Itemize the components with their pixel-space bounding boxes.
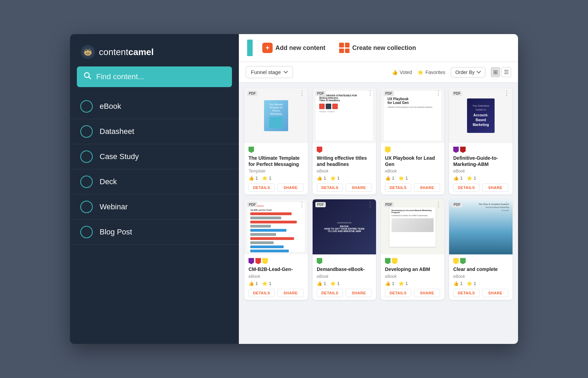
chevron-down-icon: [284, 71, 288, 74]
card-body: Developing an ABM eBook 👍 1 ⭐ 1 DETAILS …: [381, 254, 444, 300]
nav-circle: [80, 150, 93, 163]
order-by-label: Order By: [455, 70, 475, 75]
create-collection-label: Create new collection: [352, 44, 416, 52]
sidebar-item-deck[interactable]: Deck: [70, 169, 239, 195]
card-thumbnail: PDF Google UX Playbookfor Lead Gen Colle…: [381, 88, 444, 143]
card-thumbnail: PDF The Definitive Guide to Account-Base…: [449, 88, 513, 143]
share-button[interactable]: SHARE: [277, 289, 304, 297]
sidebar-item-blog-post[interactable]: Blog Post: [70, 220, 239, 245]
card-menu-button[interactable]: ⋮: [435, 90, 442, 96]
order-by-dropdown[interactable]: Order By: [451, 67, 485, 77]
card-menu-button[interactable]: ⋮: [299, 90, 305, 96]
nav-circle: [80, 176, 93, 188]
card-menu-button[interactable]: ⋮: [504, 201, 510, 208]
search-bar[interactable]: Find content...: [77, 66, 232, 87]
details-button[interactable]: DETAILS: [317, 289, 343, 297]
details-button[interactable]: DETAILS: [385, 183, 411, 192]
card-actions: DETAILS SHARE: [385, 289, 440, 297]
main-content: + Add new content Create new collection …: [239, 34, 518, 344]
favorites-filter-button[interactable]: ⭐ Favorites: [417, 70, 445, 75]
card-stats: 👍 1 ⭐ 1: [317, 281, 372, 286]
pdf-badge: PDF: [247, 202, 257, 207]
nav-circle: [80, 100, 93, 113]
funnel-stage-dropdown[interactable]: Funnel stage: [246, 66, 293, 78]
card-menu-button[interactable]: ⋮: [367, 201, 373, 208]
card-body: CM-B2B-Lead-Gen- eBook 👍 1 ⭐ 1 DETAILS S…: [244, 254, 308, 300]
svg-line-12: [89, 77, 91, 79]
card-body: Demandbase-eBook- eBook 👍 1 ⭐ 1 DETAILS …: [313, 254, 376, 300]
share-button[interactable]: SHARE: [346, 183, 372, 192]
create-collection-button[interactable]: Create new collection: [335, 40, 420, 56]
sidebar-item-case-study[interactable]: Case Study: [70, 144, 239, 169]
list-view-button[interactable]: ☰: [501, 67, 511, 77]
card-menu-button[interactable]: ⋮: [435, 201, 442, 208]
card-title: Clear and complete: [453, 266, 508, 272]
share-button[interactable]: SHARE: [414, 183, 440, 192]
flag-indicator: [385, 147, 391, 153]
card-menu-button[interactable]: ⋮: [504, 90, 510, 96]
vote-count: 👍 1: [385, 176, 394, 181]
star-number: 1: [337, 281, 339, 286]
content-card: PDF The Definitive Guide to Account-Base…: [449, 88, 513, 195]
content-card: PDF The Ultimate Template for Perfect Me…: [244, 88, 308, 195]
pdf-badge: PDF: [384, 202, 394, 207]
star-count: ⭐ 1: [262, 176, 271, 181]
star-count: ⭐ 1: [467, 176, 476, 181]
share-button[interactable]: SHARE: [482, 289, 508, 297]
thumbs-up-icon: 👍: [453, 176, 459, 181]
vote-number: 1: [324, 281, 326, 286]
grid-view-button[interactable]: ⊞: [491, 67, 500, 77]
share-button[interactable]: SHARE: [414, 289, 440, 297]
sidebar-item-datasheet[interactable]: Datasheet: [70, 119, 239, 144]
pdf-badge: PDF: [315, 202, 326, 207]
svg-point-10: [89, 53, 90, 54]
logo-text: contentcamel: [99, 47, 154, 57]
chevron-down-icon: [477, 71, 481, 74]
nav-circle: [80, 125, 93, 138]
card-body: Definitive-Guide-to-Marketing-ABM eBook …: [449, 143, 513, 195]
view-toggle: ⊞ ☰: [491, 67, 511, 77]
add-content-button[interactable]: + Add new content: [258, 40, 330, 56]
card-body: The Ultimate Template for Perfect Messag…: [244, 143, 308, 195]
card-type: eBook: [453, 274, 508, 279]
share-button[interactable]: SHARE: [346, 289, 372, 297]
share-button[interactable]: SHARE: [482, 183, 508, 192]
thumbnail-image: Google UX Playbookfor Lead Gen Collectio…: [384, 91, 441, 140]
share-button[interactable]: SHARE: [277, 183, 304, 192]
vote-count: 👍 1: [317, 176, 326, 181]
card-stats: 👍 1 ⭐ 1: [453, 176, 508, 181]
details-button[interactable]: DETAILS: [385, 289, 411, 297]
vote-count: 👍 1: [249, 281, 258, 286]
star-icon: ⭐: [330, 281, 336, 286]
card-menu-button[interactable]: ⋮: [367, 90, 373, 96]
vote-number: 1: [255, 176, 258, 181]
star-count: ⭐ 1: [262, 281, 271, 286]
vote-count: 👍 1: [453, 281, 463, 286]
search-icon: [84, 72, 91, 82]
sidebar-item-ebook[interactable]: eBook: [70, 94, 239, 119]
card-actions: DETAILS SHARE: [317, 289, 372, 297]
thumbs-up-icon: 👍: [392, 70, 398, 75]
details-button[interactable]: DETAILS: [249, 183, 275, 192]
star-icon: ⭐: [262, 281, 267, 286]
card-menu-button[interactable]: ⋮: [299, 201, 305, 208]
details-button[interactable]: DETAILS: [453, 289, 479, 297]
star-icon: ⭐: [467, 176, 472, 181]
card-type: eBook: [317, 274, 372, 279]
card-title: Developing an ABM: [385, 266, 440, 272]
card-flags: [317, 147, 372, 153]
details-button[interactable]: DETAILS: [453, 183, 479, 192]
content-card: PDF ChiefMarketer Top B2B Lead Gen Trend…: [244, 199, 308, 300]
card-body: Clear and complete eBook 👍 1 ⭐ 1 DETAILS…: [449, 254, 513, 300]
sidebar-item-webinar[interactable]: Webinar: [70, 195, 239, 220]
details-button[interactable]: DETAILS: [317, 183, 343, 192]
voted-filter-button[interactable]: 👍 Voted: [392, 70, 412, 75]
card-actions: DETAILS SHARE: [385, 183, 440, 192]
thumbs-up-icon: 👍: [317, 281, 322, 286]
details-button[interactable]: DETAILS: [249, 289, 275, 297]
top-bar: + Add new content Create new collection: [239, 34, 518, 62]
svg-point-9: [87, 53, 88, 54]
nav-label: eBook: [100, 102, 121, 111]
thumbnail-image: ChiefMarketer Top B2B Lead Gen Trends: [247, 202, 305, 252]
vote-number: 1: [392, 281, 394, 286]
